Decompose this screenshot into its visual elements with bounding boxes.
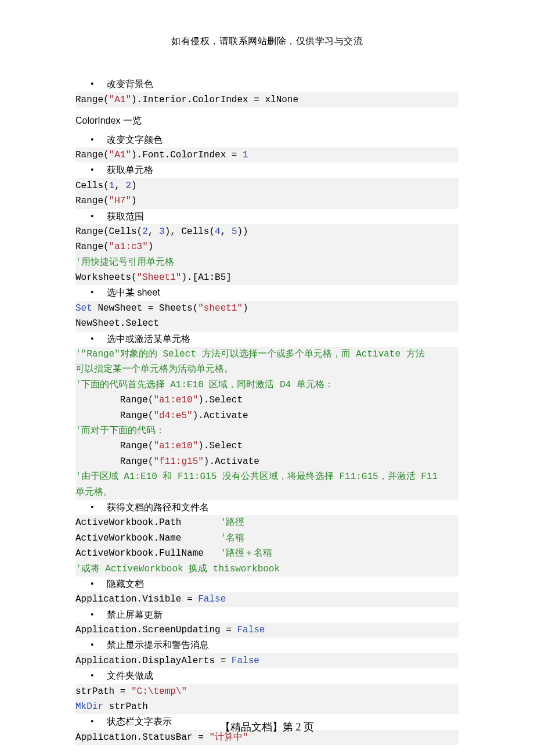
code-get-range-3: Worksheets("Sheet1").[A1:B5] — [75, 270, 459, 285]
bullet-select-sheet-item: 选中某 sheet — [107, 285, 459, 300]
code-sa-cmt3: '而对于下面的代码： — [75, 423, 459, 438]
code-screen-update: Application.ScreenUpdating = False — [75, 622, 459, 638]
bullet-mkdir: 文件夹做成 — [75, 668, 459, 683]
bullet-screen-update: 禁止屏幕更新 — [75, 607, 459, 622]
bullet-mkdir-item: 文件夹做成 — [107, 668, 459, 683]
bullet-get-range-item: 获取范围 — [107, 209, 459, 224]
code-hide-doc: Application.Visible = False — [75, 592, 459, 607]
code-get-range-2: Range("a1:c3") — [75, 239, 459, 254]
code-sa-cmt2: '下面的代码首先选择 A1:E10 区域，同时激活 D4 单元格： — [75, 377, 459, 393]
code-path-2: ActiveWorkbook.Name '名稱 — [75, 531, 459, 546]
bullet-select-sheet: 选中某 sheet — [75, 285, 459, 300]
bullet-hide-doc: 隐藏文档 — [75, 577, 459, 592]
code-get-cell-2: Range("H7") — [75, 193, 459, 208]
bullet-get-cell-item: 获取单元格 — [107, 163, 459, 178]
bullet-path-name-item: 获得文档的路径和文件名 — [107, 500, 459, 515]
code-sa-cmt1b: 可以指定某一个单元格为活动单元格。 — [75, 362, 459, 377]
header-disclaimer: 如有侵权，请联系网站删除，仅供学习与交流 — [75, 34, 459, 49]
code-path-cmt: '或将 ActiveWorkbook 换成 thisworkbook — [75, 561, 459, 577]
bullet-bg-color: 改变背景色 — [75, 77, 459, 92]
code-path-1: ActiveWorkbook.Path '路徑 — [75, 515, 459, 530]
bullet-display-alerts-item: 禁止显示提示和警告消息 — [107, 638, 459, 653]
bullet-hide-doc-item: 隐藏文档 — [107, 577, 459, 592]
code-select-sheet-2: NewSheet.Select — [75, 316, 459, 331]
bullet-screen-update-item: 禁止屏幕更新 — [107, 607, 459, 622]
bullet-display-alerts: 禁止显示提示和警告消息 — [75, 638, 459, 653]
bullet-get-range: 获取范围 — [75, 209, 459, 224]
code-bg-color: Range("A1").Interior.ColorIndex = xlNone — [75, 92, 459, 107]
code-sa-cmt4b: 单元格。 — [75, 485, 459, 500]
bullet-get-cell: 获取单元格 — [75, 163, 459, 178]
code-sa-l3: Range("a1:e10").Select — [75, 438, 459, 453]
code-select-sheet-1: Set NewSheet = Sheets("sheet1") — [75, 301, 459, 316]
bullet-select-activate: 选中或激活某单元格 — [75, 332, 459, 347]
code-sa-l2: Range("d4:e5").Activate — [75, 408, 459, 423]
bullet-path-name: 获得文档的路径和文件名 — [75, 500, 459, 515]
bullet-bg-color-item: 改变背景色 — [107, 77, 459, 92]
bullet-font-color: 改变文字颜色 — [75, 132, 459, 147]
bullet-font-color-item: 改变文字颜色 — [107, 132, 459, 147]
footer-page: 第 2 页 — [283, 721, 314, 733]
colorindex-link: ColorIndex 一览 — [75, 113, 459, 128]
code-mkdir-2: MkDir strPath — [75, 699, 459, 714]
code-sa-l1: Range("a1:e10").Select — [75, 393, 459, 408]
code-get-range-1: Range(Cells(2, 3), Cells(4, 5)) — [75, 224, 459, 239]
bullet-select-activate-item: 选中或激活某单元格 — [107, 332, 459, 347]
code-font-color: Range("A1").Font.ColorIndex = 1 — [75, 147, 459, 163]
code-sa-cmt4a: '由于区域 A1:E10 和 F11:G15 没有公共区域，将最终选择 F11:… — [75, 469, 459, 484]
code-display-alerts: Application.DisplayAlerts = False — [75, 653, 459, 668]
code-get-cell-1: Cells(1, 2) — [75, 178, 459, 193]
page-footer: 【精品文档】第 2 页 — [0, 719, 534, 736]
code-mkdir-1: strPath = "C:\temp\" — [75, 684, 459, 699]
footer-label: 【精品文档】 — [220, 721, 283, 733]
code-path-3: ActiveWorkbook.FullName '路徑＋名稱 — [75, 546, 459, 561]
code-sa-cmt1a: '"Range"对象的的 Select 方法可以选择一个或多个单元格，而 Act… — [75, 347, 459, 362]
code-get-range-cmt: '用快捷记号引用单元格 — [75, 255, 459, 270]
code-sa-l4: Range("f11:g15").Activate — [75, 454, 459, 469]
